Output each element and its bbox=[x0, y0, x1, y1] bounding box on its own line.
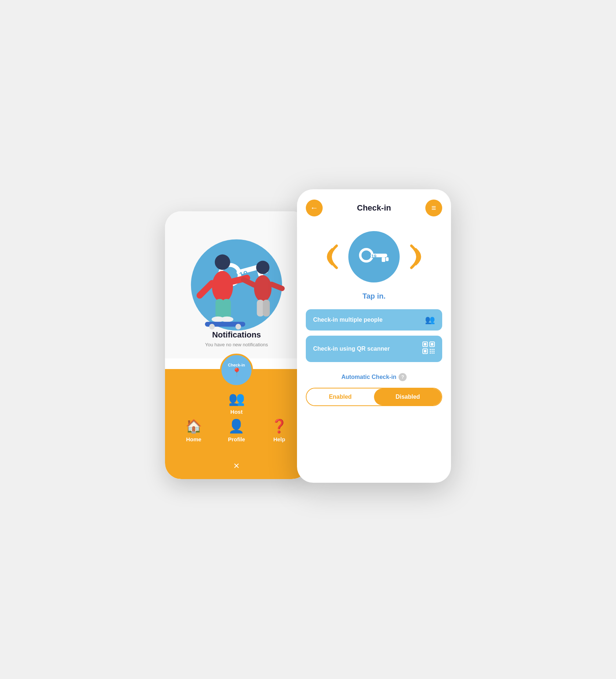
checkin-bubble[interactable]: Check-in 📍 bbox=[220, 354, 253, 387]
help-label: Help bbox=[273, 436, 285, 442]
toggle-disabled[interactable]: Disabled bbox=[374, 388, 441, 405]
svg-point-13 bbox=[221, 316, 233, 322]
group-icon: 👥 bbox=[425, 315, 435, 325]
front-phone: ← Check-in ≡ 19 bbox=[297, 189, 451, 483]
scene: 19 bbox=[165, 189, 451, 490]
svg-rect-31 bbox=[431, 343, 433, 346]
svg-rect-42 bbox=[433, 353, 434, 354]
svg-rect-38 bbox=[432, 351, 433, 352]
svg-rect-34 bbox=[430, 349, 431, 350]
nfc-key-circle[interactable]: 19 bbox=[348, 231, 400, 282]
qr-icon bbox=[422, 342, 435, 356]
notifications-text: You have no new notifications bbox=[165, 342, 308, 351]
back-button[interactable]: ← bbox=[306, 200, 323, 216]
svg-text:19: 19 bbox=[371, 253, 377, 259]
front-header: ← Check-in ≡ bbox=[297, 189, 451, 220]
svg-rect-40 bbox=[430, 353, 431, 354]
key-icon: 19 bbox=[358, 246, 390, 268]
svg-rect-25 bbox=[382, 257, 385, 262]
toggle-enabled[interactable]: Enabled bbox=[307, 388, 374, 405]
svg-rect-26 bbox=[386, 257, 389, 261]
checkin-multiple-label: Check-in multiple people bbox=[313, 317, 382, 323]
page-title: Check-in bbox=[357, 203, 391, 213]
host-icon: 👥 bbox=[228, 391, 245, 406]
nfc-waves-left bbox=[319, 238, 341, 275]
svg-rect-39 bbox=[433, 351, 434, 352]
svg-point-23 bbox=[360, 249, 373, 261]
svg-point-7 bbox=[212, 271, 233, 302]
svg-point-17 bbox=[256, 260, 270, 274]
tap-in-label: Tap in. bbox=[297, 286, 451, 309]
checkin-qr-button[interactable]: Check-in using QR scanner bbox=[306, 336, 442, 362]
host-label: Host bbox=[230, 409, 242, 415]
back-phone: 19 bbox=[165, 211, 308, 479]
home-icon: 🏠 bbox=[186, 419, 202, 434]
svg-point-6 bbox=[215, 254, 230, 270]
notifications-heading: Notifications bbox=[165, 326, 308, 342]
help-tooltip-icon[interactable]: ? bbox=[399, 373, 407, 381]
svg-rect-33 bbox=[424, 350, 426, 353]
profile-label: Profile bbox=[228, 436, 245, 442]
checkin-multiple-button[interactable]: Check-in multiple people 👥 bbox=[306, 309, 442, 331]
hero-area: 19 bbox=[165, 211, 308, 359]
nav-item-home[interactable]: 🏠 Home bbox=[179, 419, 208, 442]
close-button[interactable]: × bbox=[234, 460, 239, 472]
svg-rect-36 bbox=[433, 349, 434, 350]
nav-item-profile[interactable]: 👤 Profile bbox=[222, 419, 251, 442]
svg-rect-35 bbox=[432, 349, 433, 350]
location-icon: 📍 bbox=[232, 368, 242, 377]
help-icon: ❓ bbox=[271, 419, 287, 434]
checkin-bubble-label: Check-in bbox=[228, 363, 245, 368]
nfc-waves-right bbox=[407, 238, 429, 275]
nfc-area: 19 bbox=[297, 220, 451, 286]
home-label: Home bbox=[186, 436, 201, 442]
auto-checkin-toggle[interactable]: Enabled Disabled bbox=[306, 388, 442, 406]
menu-button[interactable]: ≡ bbox=[425, 200, 442, 216]
profile-icon: 👤 bbox=[228, 419, 245, 434]
svg-point-18 bbox=[254, 275, 272, 302]
checkin-qr-label: Check-in using QR scanner bbox=[313, 346, 390, 352]
svg-rect-29 bbox=[424, 343, 426, 346]
svg-rect-11 bbox=[223, 299, 231, 318]
svg-rect-41 bbox=[432, 353, 433, 354]
svg-rect-37 bbox=[430, 351, 431, 352]
nav-item-help[interactable]: ❓ Help bbox=[265, 419, 294, 442]
auto-checkin-label: Automatic Check-in ? bbox=[297, 367, 451, 388]
bottom-nav: Check-in 📍 👥 Host 🏠 Home bbox=[165, 369, 308, 479]
nav-item-host[interactable]: 👥 Host bbox=[222, 391, 251, 415]
svg-rect-22 bbox=[263, 299, 270, 316]
